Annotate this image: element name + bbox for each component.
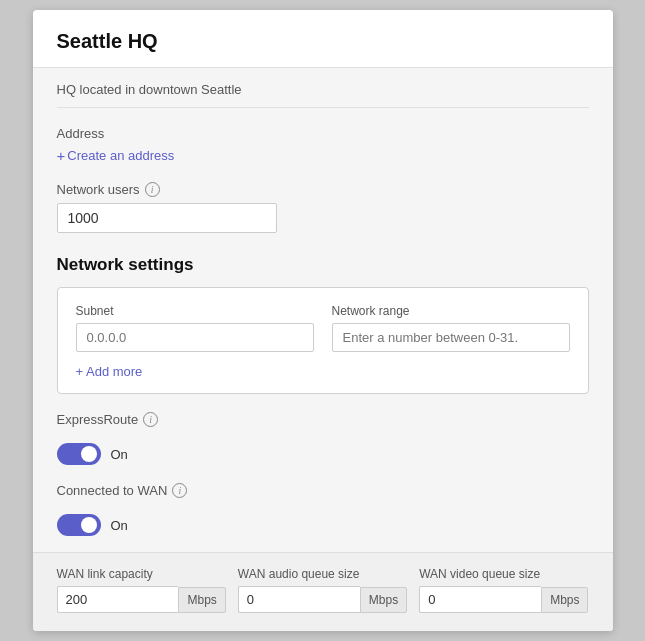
wan-video-queue-input[interactable] bbox=[419, 586, 541, 613]
expressroute-help-icon: i bbox=[143, 412, 158, 427]
connected-wan-status: On bbox=[111, 518, 128, 533]
wan-audio-queue-col: WAN audio queue size Mbps bbox=[238, 567, 407, 613]
subnet-label: Subnet bbox=[76, 304, 314, 318]
wan-video-queue-unit: Mbps bbox=[541, 587, 588, 613]
network-range-label: Network range bbox=[332, 304, 570, 318]
expressroute-status: On bbox=[111, 447, 128, 462]
expressroute-section: ExpressRoute i On bbox=[57, 412, 589, 465]
network-users-section: Network users i bbox=[57, 182, 589, 233]
wan-video-queue-label: WAN video queue size bbox=[419, 567, 588, 581]
wan-link-capacity-input[interactable] bbox=[57, 586, 179, 613]
subnet-input[interactable] bbox=[76, 323, 314, 352]
card-body: HQ located in downtown Seattle Address +… bbox=[33, 68, 613, 631]
page-title: Seattle HQ bbox=[57, 30, 589, 53]
network-settings-box: Subnet Network range + Add more bbox=[57, 287, 589, 394]
network-settings-heading: Network settings bbox=[57, 255, 589, 275]
network-range-col: Network range bbox=[332, 304, 570, 352]
plus-icon: + bbox=[57, 147, 66, 164]
wan-link-capacity-label: WAN link capacity bbox=[57, 567, 226, 581]
wan-section: WAN link capacity Mbps WAN audio queue s… bbox=[33, 552, 613, 631]
connected-wan-label: Connected to WAN i bbox=[57, 483, 589, 498]
create-address-link[interactable]: + Create an address bbox=[57, 147, 175, 164]
wan-audio-queue-input-row: Mbps bbox=[238, 586, 407, 613]
wan-video-queue-input-row: Mbps bbox=[419, 586, 588, 613]
connected-wan-toggle-row: On bbox=[57, 514, 589, 536]
wan-link-capacity-input-row: Mbps bbox=[57, 586, 226, 613]
subnet-col: Subnet bbox=[76, 304, 314, 352]
network-range-input[interactable] bbox=[332, 323, 570, 352]
wan-audio-queue-label: WAN audio queue size bbox=[238, 567, 407, 581]
expressroute-label: ExpressRoute i bbox=[57, 412, 589, 427]
wan-link-capacity-col: WAN link capacity Mbps bbox=[57, 567, 226, 613]
network-users-label: Network users i bbox=[57, 182, 589, 197]
wan-audio-queue-unit: Mbps bbox=[360, 587, 407, 613]
wan-row: WAN link capacity Mbps WAN audio queue s… bbox=[57, 567, 589, 613]
wan-video-queue-col: WAN video queue size Mbps bbox=[419, 567, 588, 613]
address-section: Address + Create an address bbox=[57, 126, 589, 164]
subnet-range-row: Subnet Network range bbox=[76, 304, 570, 352]
expressroute-toggle-row: On bbox=[57, 443, 589, 465]
address-label: Address bbox=[57, 126, 589, 141]
card-header: Seattle HQ bbox=[33, 10, 613, 68]
network-users-input[interactable] bbox=[57, 203, 277, 233]
network-users-help-icon: i bbox=[145, 182, 160, 197]
wan-audio-queue-input[interactable] bbox=[238, 586, 360, 613]
expressroute-toggle[interactable] bbox=[57, 443, 101, 465]
subtitle: HQ located in downtown Seattle bbox=[57, 68, 589, 108]
wan-link-capacity-unit: Mbps bbox=[178, 587, 225, 613]
connected-wan-section: Connected to WAN i On bbox=[57, 483, 589, 536]
connected-wan-toggle[interactable] bbox=[57, 514, 101, 536]
connected-wan-help-icon: i bbox=[172, 483, 187, 498]
add-more-link[interactable]: + Add more bbox=[76, 364, 143, 379]
main-card: Seattle HQ HQ located in downtown Seattl… bbox=[33, 10, 613, 631]
